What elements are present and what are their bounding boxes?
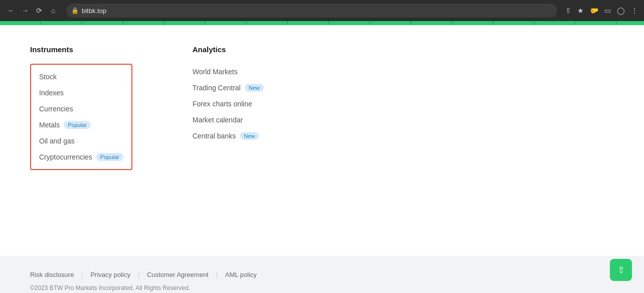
footer-privacy-policy[interactable]: Privacy policy bbox=[82, 271, 138, 278]
footer: Risk disclosure Privacy policy Customer … bbox=[0, 256, 644, 293]
instrument-currencies[interactable]: Currencies bbox=[39, 101, 123, 117]
instruments-title: Instruments bbox=[30, 45, 132, 54]
instrument-cryptocurrencies-label: Cryptocurrencies bbox=[39, 153, 92, 161]
instruments-section: Instruments Stock Indexes Currencies Met… bbox=[30, 45, 132, 170]
refresh-button[interactable]: ⟳ bbox=[34, 6, 44, 16]
home-button[interactable]: ⌂ bbox=[48, 6, 58, 16]
analytics-forex-charts-label: Forex charts online bbox=[193, 100, 252, 108]
footer-customer-agreement[interactable]: Customer Agreement bbox=[139, 271, 217, 278]
analytics-market-calendar-label: Market calendar bbox=[193, 116, 243, 124]
page-content: Instruments Stock Indexes Currencies Met… bbox=[0, 25, 644, 256]
analytics-section: Analytics World Markets Trading Central … bbox=[193, 45, 293, 170]
instrument-currencies-label: Currencies bbox=[39, 105, 73, 113]
metals-popular-badge: Popular bbox=[64, 121, 91, 129]
bookmark-icon[interactable]: ★ bbox=[577, 7, 584, 15]
footer-aml-policy[interactable]: AML policy bbox=[217, 271, 265, 278]
profile-icon[interactable]: ◯ bbox=[617, 7, 625, 15]
instrument-metals[interactable]: Metals Popular bbox=[39, 117, 123, 133]
analytics-central-banks[interactable]: Central banks New bbox=[193, 128, 293, 144]
instrument-indexes-label: Indexes bbox=[39, 89, 64, 97]
forward-button[interactable]: → bbox=[20, 6, 30, 16]
menu-container: Instruments Stock Indexes Currencies Met… bbox=[30, 45, 614, 170]
extensions-icon[interactable]: 🤛 bbox=[590, 7, 598, 15]
instrument-metals-label: Metals bbox=[39, 121, 60, 129]
analytics-world-markets-label: World Markets bbox=[193, 68, 238, 76]
analytics-trading-central-label: Trading Central bbox=[193, 84, 241, 92]
analytics-central-banks-label: Central banks bbox=[193, 132, 236, 140]
analytics-world-markets[interactable]: World Markets bbox=[193, 64, 293, 80]
footer-copyright: ©2023 BTW Pro Markets Incorporated. All … bbox=[30, 284, 614, 291]
instrument-oil-gas-label: Oil and gas bbox=[39, 137, 75, 145]
split-view-icon[interactable]: ▭ bbox=[604, 7, 611, 15]
analytics-list: World Markets Trading Central New Forex … bbox=[193, 64, 293, 144]
crypto-popular-badge: Popular bbox=[96, 153, 123, 161]
menu-icon[interactable]: ⋮ bbox=[631, 7, 638, 15]
analytics-forex-charts[interactable]: Forex charts online bbox=[193, 96, 293, 112]
address-bar[interactable]: 🔒 bitbk.top bbox=[66, 4, 557, 18]
analytics-market-calendar[interactable]: Market calendar bbox=[193, 112, 293, 128]
browser-actions: ⇧ ★ 🤛 ▭ ◯ ⋮ bbox=[565, 7, 638, 15]
trading-central-new-badge: New bbox=[245, 84, 264, 92]
instrument-oil-gas[interactable]: Oil and gas bbox=[39, 133, 123, 149]
back-button[interactable]: ← bbox=[6, 6, 16, 16]
analytics-trading-central[interactable]: Trading Central New bbox=[193, 80, 293, 96]
progress-bar bbox=[0, 21, 644, 25]
instrument-cryptocurrencies[interactable]: Cryptocurrencies Popular bbox=[39, 149, 123, 165]
instruments-box: Stock Indexes Currencies Metals Popular … bbox=[30, 64, 132, 170]
footer-links: Risk disclosure Privacy policy Customer … bbox=[30, 271, 614, 278]
chevron-up-icon: ⇧ bbox=[617, 264, 625, 275]
instrument-indexes[interactable]: Indexes bbox=[39, 85, 123, 101]
analytics-title: Analytics bbox=[193, 45, 293, 54]
url-text: bitbk.top bbox=[82, 7, 106, 15]
lock-icon: 🔒 bbox=[71, 7, 79, 14]
back-to-top-button[interactable]: ⇧ bbox=[610, 259, 632, 281]
browser-chrome: ← → ⟳ ⌂ 🔒 bitbk.top ⇧ ★ 🤛 ▭ ◯ ⋮ bbox=[0, 0, 644, 21]
share-icon[interactable]: ⇧ bbox=[565, 7, 571, 15]
instrument-stock[interactable]: Stock bbox=[39, 69, 123, 85]
central-banks-new-badge: New bbox=[240, 132, 259, 140]
footer-risk-disclosure[interactable]: Risk disclosure bbox=[30, 271, 82, 278]
instrument-stock-label: Stock bbox=[39, 73, 57, 81]
